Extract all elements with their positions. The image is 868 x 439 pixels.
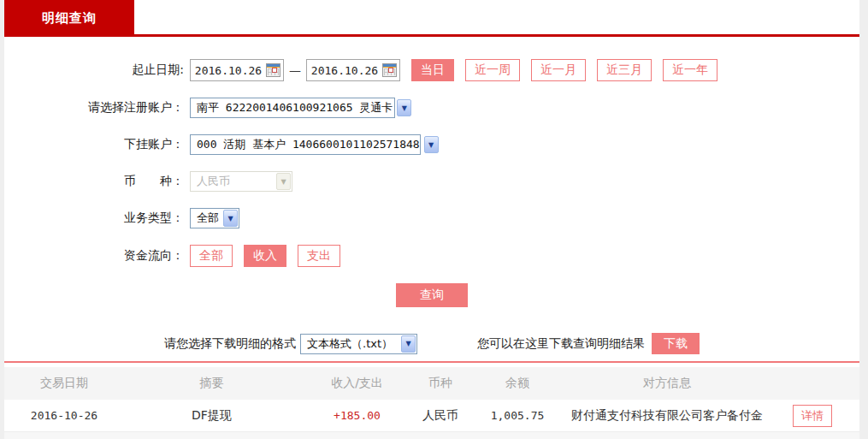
business-type-value: 全部 [191,211,222,226]
chevron-down-icon: ▼ [424,136,439,153]
start-date-input[interactable]: 2016.10.26 [190,59,284,81]
quick-range-month-button[interactable]: 近一月 [531,59,586,81]
end-date-input[interactable]: 2016.10.26 [306,59,400,81]
table-header-row: 交易日期 摘要 收入/支出 币种 余额 对方信息 [4,367,859,400]
download-row: 请您选择下载明细的格式 文本格式（.txt） ▼ 您可以在这里下载查询明细结果 … [4,333,859,354]
col-header-counterparty: 对方信息 [569,376,765,391]
cell-date: 2016-10-26 [4,409,124,422]
register-account-select[interactable]: 南平 6222001406100921065 灵通卡 ▼ [190,98,395,118]
table-row: 2016-10-26 DF提现 +185.00 人民币 1,005.75 财付通… [4,400,859,432]
fund-flow-all-button[interactable]: 全部 [190,245,233,267]
quick-range-year-button[interactable]: 近一年 [663,59,717,81]
cell-summary: DF提现 [124,408,299,424]
currency-row: 币 种： 人民币 ▼ [4,171,859,192]
chevron-down-icon: ▼ [276,173,291,190]
business-type-row: 业务类型： 全部 ▼ [4,208,859,228]
fund-flow-row: 资金流向： 全部 收入 支出 [4,245,859,267]
table-footer-strip [4,432,859,439]
query-button[interactable]: 查询 [396,283,468,307]
tab-bar: 明细查询 [4,0,859,37]
currency-value: 人民币 [191,174,233,189]
cell-balance: 1,005.75 [466,409,569,422]
results-table: 交易日期 摘要 收入/支出 币种 余额 对方信息 2016-10-26 DF提现… [4,361,859,439]
cell-counterparty: 财付通支付科技有限公司客户备付金 [569,408,765,424]
currency-label: 币 种： [4,174,184,189]
quick-range-today-button[interactable]: 当日 [411,59,454,81]
quick-range-threemonth-button[interactable]: 近三月 [597,59,652,81]
tab-detail-query[interactable]: 明细查询 [4,0,134,37]
col-header-balance: 余额 [466,376,569,391]
date-range-label: 起止日期: [4,62,184,78]
col-header-summary: 摘要 [124,376,299,391]
col-header-date: 交易日期 [4,376,124,391]
content-panel: 明细查询 起止日期: 2016.10.26 — 2016.10.26 当日 近一… [4,0,859,439]
col-header-amount: 收入/支出 [299,376,415,391]
cell-amount: +185.00 [299,409,415,422]
chevron-down-icon: ▼ [397,99,411,116]
col-header-currency: 币种 [415,376,466,391]
sub-account-select[interactable]: 000 活期 基本户 1406600101102571848 ▼ [190,134,421,155]
chevron-down-icon: ▼ [223,210,238,227]
chevron-down-icon: ▼ [401,335,416,353]
cell-currency: 人民币 [415,408,466,424]
register-account-label: 请选择注册账户： [4,100,184,116]
start-date-value[interactable]: 2016.10.26 [191,64,266,77]
business-type-select[interactable]: 全部 ▼ [190,208,239,228]
sub-account-label: 下挂账户： [4,137,184,152]
calendar-icon[interactable] [382,63,397,77]
query-form: 起止日期: 2016.10.26 — 2016.10.26 当日 近一周 近一月… [4,37,859,307]
quick-range-week-button[interactable]: 近一周 [465,59,520,81]
register-account-value: 南平 6222001406100921065 灵通卡 [191,100,396,116]
fund-flow-label: 资金流向： [4,248,184,264]
sub-account-row: 下挂账户： 000 活期 基本户 1406600101102571848 ▼ [4,134,859,155]
detail-button[interactable]: 详情 [793,405,832,427]
download-button[interactable]: 下载 [652,333,700,354]
fund-flow-expense-button[interactable]: 支出 [298,245,340,267]
download-format-label: 请您选择下载明细的格式 [164,336,296,352]
download-format-value: 文本格式（.txt） [301,336,396,352]
currency-select: 人民币 ▼ [190,171,292,192]
download-format-select[interactable]: 文本格式（.txt） ▼ [300,334,417,354]
date-separator: — [289,63,301,77]
sub-account-value: 000 活期 基本户 1406600101102571848 [191,137,423,152]
fund-flow-income-button[interactable]: 收入 [244,245,286,267]
business-type-label: 业务类型： [4,211,184,226]
register-account-row: 请选择注册账户： 南平 6222001406100921065 灵通卡 ▼ [4,98,859,118]
download-hint: 您可以在这里下载查询明细结果 [477,336,645,352]
calendar-icon[interactable] [266,63,280,77]
date-range-row: 起止日期: 2016.10.26 — 2016.10.26 当日 近一周 近一月… [4,59,859,81]
end-date-value[interactable]: 2016.10.26 [307,64,382,77]
